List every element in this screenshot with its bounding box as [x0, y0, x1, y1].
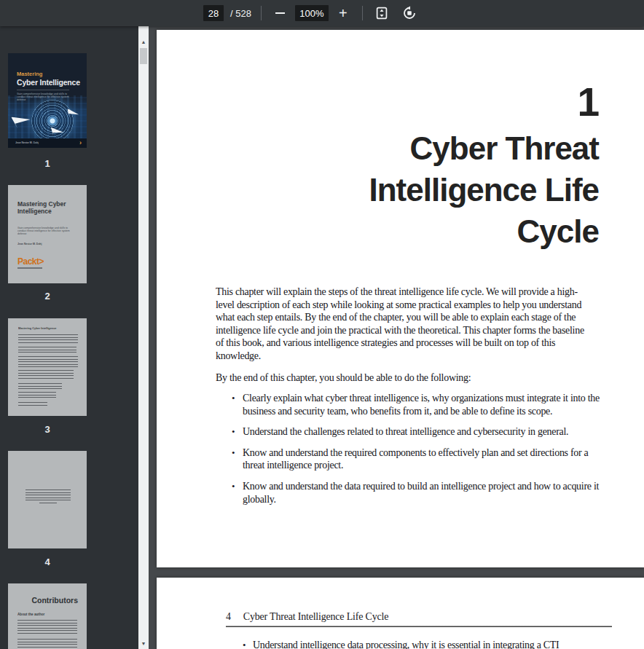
cover-divider: [17, 90, 69, 90]
zoom-out-button[interactable]: [271, 4, 290, 23]
scroll-up-icon[interactable]: ▲: [138, 36, 149, 47]
page-number-input[interactable]: [203, 5, 224, 21]
thumbnail-page-number: 3: [8, 424, 87, 435]
text-lines: [18, 370, 74, 380]
toolbar-divider: [261, 6, 262, 20]
thumbnail-page-number: 1: [8, 158, 87, 169]
cover-mandala-graphic: [31, 100, 74, 142]
pdf-page-28: 1 Cyber Threat Intelligence Life Cycle T…: [157, 30, 644, 567]
fit-to-page-icon: [374, 6, 389, 20]
thumbnail-sidebar: Mastering Cyber Intelligence Gain compre…: [0, 26, 149, 649]
page-count-label: / 528: [230, 8, 251, 19]
minus-icon: [275, 12, 285, 14]
running-header: 4 Cyber Threat Intelligence Life Cycle: [226, 611, 388, 623]
fit-to-page-button[interactable]: [372, 4, 391, 23]
thumbnail-page-4[interactable]: [8, 451, 87, 548]
text-lines: [18, 383, 62, 389]
text-lines: [39, 503, 57, 506]
cover-author: Jean Nestor M. Dahj: [15, 141, 70, 144]
sidebar-scrollbar[interactable]: ▲ ▼: [138, 26, 149, 649]
packt-logo: Packt>: [17, 256, 44, 267]
plus-icon: +: [339, 6, 347, 20]
pdf-toolbar: / 528 100% +: [0, 0, 644, 26]
running-title: Cyber Threat Intelligence Life Cycle: [243, 611, 388, 623]
chapter-title-line: Cycle: [369, 211, 599, 252]
intro-paragraph: This chapter will explain the steps of t…: [216, 286, 594, 363]
document-viewport: 1 Cyber Threat Intelligence Life Cycle T…: [149, 26, 644, 649]
title-page-heading: Mastering Cyber Intelligence: [17, 200, 70, 215]
text-lines: [25, 489, 71, 500]
text-lines: [17, 620, 77, 635]
cover-footer: Jean Nestor M. Dahj ›: [8, 138, 87, 148]
cover-series-label: Mastering: [17, 71, 42, 77]
chapter-title-line: Intelligence Life: [369, 169, 599, 211]
title-page-subtitle: Gain comprehensive knowledge and skills …: [17, 227, 74, 235]
objective-item: Understand intelligence data processing,…: [253, 639, 624, 649]
toolbar-divider: [362, 6, 363, 20]
chapter-intro-text: This chapter will explain the steps of t…: [216, 286, 594, 393]
scroll-down-icon[interactable]: ▼: [138, 638, 149, 648]
chapter-number: 1: [577, 82, 599, 122]
thumbnail-page-number: 2: [8, 291, 87, 302]
contributors-heading: Contributors: [31, 596, 78, 605]
thumbnail-page-2[interactable]: Mastering Cyber Intelligence Gain compre…: [8, 185, 87, 283]
toolbar-controls: / 528 100% +: [203, 0, 419, 26]
running-page-number: 4: [226, 611, 231, 623]
text-lines: [17, 639, 77, 649]
chapter-title: Cyber Threat Intelligence Life Cycle: [369, 127, 599, 252]
objective-item: Know and understand the required compone…: [243, 447, 607, 472]
pdf-viewer: / 528 100% +: [0, 0, 644, 649]
objective-item: Clearly explain what cyber threat intell…: [243, 392, 607, 417]
text-lines: [18, 392, 56, 399]
scrollbar-thumb[interactable]: [140, 48, 147, 64]
lead-in-paragraph: By the end of this chapter, you should b…: [216, 371, 594, 385]
thumbnail-page-5[interactable]: Contributors About the author: [8, 583, 87, 649]
objective-item: Know and understand the data required to…: [243, 480, 607, 506]
thumbnail-page-3[interactable]: Mastering Cyber Intelligence: [8, 318, 87, 416]
thumbnail-page-1[interactable]: Mastering Cyber Intelligence Gain compre…: [8, 53, 87, 148]
chapter-title-line: Cyber Threat: [369, 127, 599, 169]
rotate-ccw-icon: [402, 6, 417, 20]
objectives-list-continued: Understand intelligence data processing,…: [253, 639, 624, 649]
zoom-in-button[interactable]: +: [334, 4, 353, 23]
about-author-subheading: About the author: [17, 613, 68, 616]
cover-chevron: ›: [79, 139, 82, 146]
publisher-location-line: [17, 267, 42, 269]
cover-subtitle: Gain comprehensive knowledge and skills …: [17, 93, 76, 101]
running-header-rule: [226, 626, 612, 627]
zoom-level-value[interactable]: 100%: [295, 5, 329, 21]
pdf-page-29: 4 Cyber Threat Intelligence Life Cycle U…: [157, 578, 644, 649]
text-lines: [18, 356, 78, 367]
objective-item: Understand the challenges related to thr…: [243, 425, 607, 438]
title-page-author: Jean Nestor M. Dahj: [17, 243, 68, 245]
cover-title: Cyber Intelligence: [17, 78, 80, 87]
objectives-list: Clearly explain what cyber threat intell…: [243, 392, 607, 514]
rotate-button[interactable]: [400, 4, 419, 23]
thumbnail-page-number: 4: [8, 556, 87, 567]
text-lines: [18, 347, 76, 353]
text-lines: [18, 334, 78, 344]
copyright-page-heading: Mastering Cyber Intelligence: [18, 327, 74, 330]
text-lines: [18, 402, 47, 407]
